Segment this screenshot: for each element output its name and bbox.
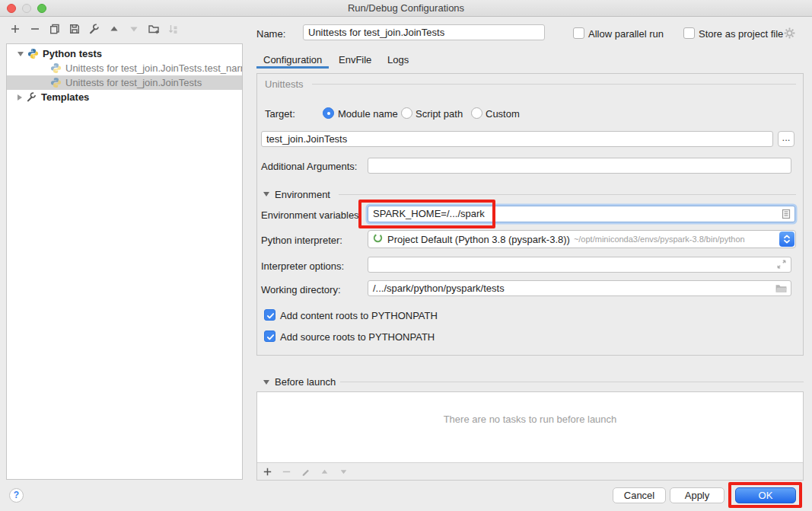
environment-variables-label: Environment variables: <box>261 209 361 221</box>
name-label: Name: <box>256 28 285 40</box>
before-launch-toolbar <box>257 462 803 480</box>
combo-stepper-icon[interactable] <box>779 232 794 247</box>
tree-item-label: Unittests for test_join.JoinTests.test_n… <box>65 62 242 74</box>
before-launch-empty-message: There are no tasks to run before launch <box>257 414 803 425</box>
move-task-down-icon[interactable] <box>338 466 349 477</box>
expand-field-icon[interactable] <box>775 258 788 270</box>
before-launch-panel: There are no tasks to run before launch <box>256 391 804 481</box>
tree-item-python-tests[interactable]: Python tests <box>7 46 242 61</box>
divider <box>339 194 796 195</box>
window-title: Run/Debug Configurations <box>0 0 812 16</box>
environment-variables-value: SPARK_HOME=/.../spark <box>373 208 485 219</box>
cancel-button[interactable]: Cancel <box>613 487 666 503</box>
tree-item-label: Unittests for test_join.JoinTests <box>65 77 202 88</box>
tree-item-unittests-test-narrow[interactable]: Unittests for test_join.JoinTests.test_n… <box>7 61 242 75</box>
python-interpreter-select[interactable]: Project Default (Python 3.8 (pyspark-3.8… <box>368 230 796 248</box>
gear-icon[interactable] <box>783 27 796 40</box>
add-content-roots-label[interactable]: Add content roots to PYTHONPATH <box>280 310 438 321</box>
browse-button[interactable]: ... <box>778 131 794 147</box>
remove-icon[interactable] <box>29 23 41 35</box>
edit-task-pencil-icon[interactable] <box>300 466 311 477</box>
name-input[interactable]: Unittests for test_join.JoinTests <box>303 24 545 40</box>
radio-script-path[interactable] <box>401 107 412 119</box>
zoom-window-button[interactable] <box>37 4 46 13</box>
move-up-icon[interactable] <box>108 23 120 35</box>
active-tab-indicator <box>256 66 329 69</box>
wrench-icon <box>26 91 37 103</box>
add-source-roots-label[interactable]: Add source roots to PYTHONPATH <box>280 331 435 343</box>
radio-custom[interactable] <box>471 107 482 119</box>
python-interpreter-label: Python interpreter: <box>261 235 342 246</box>
add-source-roots-checkbox[interactable] <box>264 331 275 342</box>
before-launch-section-label[interactable]: Before launch <box>275 376 336 388</box>
python-icon <box>50 62 62 74</box>
tab-envfile[interactable]: EnvFile <box>339 54 371 65</box>
python-interpreter-path: ~/opt/miniconda3/envs/pyspark-3.8/bin/py… <box>574 235 745 244</box>
chevron-down-icon[interactable] <box>18 52 24 56</box>
python-icon <box>50 77 62 88</box>
tree-item-unittests-jointests-selected[interactable]: Unittests for test_join.JoinTests <box>7 75 242 90</box>
module-name-input[interactable]: test_join.JoinTests <box>261 131 773 147</box>
working-directory-label: Working directory: <box>261 284 341 295</box>
remove-task-icon[interactable] <box>281 466 292 477</box>
tree-item-label: Templates <box>41 91 89 103</box>
add-content-roots-checkbox[interactable] <box>264 309 275 321</box>
chevron-right-icon[interactable] <box>18 94 22 101</box>
tab-configuration[interactable]: Configuration <box>263 54 322 65</box>
title-bar: Run/Debug Configurations <box>0 0 812 17</box>
interpreter-options-input[interactable] <box>368 257 791 273</box>
apply-button[interactable]: Apply <box>670 487 724 503</box>
ok-button[interactable]: OK <box>735 487 796 503</box>
move-down-icon[interactable] <box>128 23 140 35</box>
allow-parallel-run-label[interactable]: Allow parallel run <box>588 28 664 40</box>
environment-collapse-icon[interactable] <box>263 192 269 196</box>
before-launch-collapse-icon[interactable] <box>263 380 269 385</box>
additional-arguments-input[interactable] <box>368 158 791 174</box>
working-directory-input[interactable]: /.../spark/python/pyspark/tests <box>368 280 791 296</box>
radio-custom-label[interactable]: Custom <box>486 108 520 120</box>
run-configurations-tree: Python tests Unittests for test_join.Joi… <box>6 43 243 480</box>
environment-variables-input[interactable]: SPARK_HOME=/.../spark <box>368 206 795 222</box>
target-label: Target: <box>265 108 295 120</box>
tree-item-templates[interactable]: Templates <box>7 90 242 104</box>
help-button[interactable]: ? <box>9 488 24 503</box>
close-window-button[interactable] <box>7 4 16 13</box>
edit-templates-wrench-icon[interactable] <box>88 23 100 35</box>
copy-icon[interactable] <box>49 23 61 35</box>
additional-arguments-label: Additional Arguments: <box>261 161 357 172</box>
python-interpreter-value: Project Default (Python 3.8 (pyspark-3.8… <box>387 234 570 245</box>
new-folder-icon[interactable] <box>148 23 160 35</box>
divider <box>340 382 804 382</box>
configurations-toolbar <box>9 23 180 35</box>
store-as-project-file-label[interactable]: Store as project file <box>699 28 783 40</box>
python-icon <box>27 48 39 59</box>
unittests-group-label: Unittests <box>265 78 304 90</box>
sort-alphabetically-icon[interactable] <box>167 23 180 35</box>
edit-variables-icon[interactable] <box>780 208 792 222</box>
environment-section-label[interactable]: Environment <box>275 189 330 200</box>
move-task-up-icon[interactable] <box>319 466 330 477</box>
add-task-icon[interactable] <box>262 466 273 477</box>
tree-item-label: Python tests <box>43 48 102 59</box>
radio-module-name-label[interactable]: Module name <box>338 108 398 120</box>
radio-module-name[interactable] <box>323 107 334 119</box>
interpreter-options-label: Interpreter options: <box>261 260 344 272</box>
folder-icon[interactable] <box>775 282 788 295</box>
add-icon[interactable] <box>9 23 21 35</box>
tab-logs[interactable]: Logs <box>387 54 409 65</box>
conda-env-icon <box>372 232 384 246</box>
divider <box>312 84 796 85</box>
save-icon[interactable] <box>68 23 81 35</box>
store-as-project-file-checkbox[interactable] <box>683 27 695 39</box>
radio-script-path-label[interactable]: Script path <box>416 108 463 120</box>
allow-parallel-run-checkbox[interactable] <box>573 27 584 39</box>
minimize-window-button[interactable] <box>22 4 31 13</box>
